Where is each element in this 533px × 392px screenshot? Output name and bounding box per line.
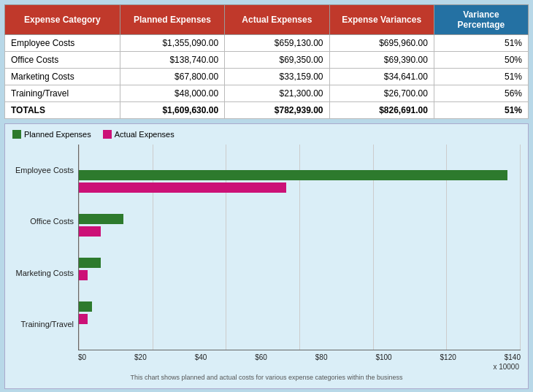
table-cell-category: Office Costs <box>5 52 120 69</box>
table-cell-planned: $138,740.00 <box>120 52 224 69</box>
legend-actual-box <box>103 130 112 139</box>
category-bar-group <box>79 253 521 285</box>
planned-bar <box>79 301 92 312</box>
legend-planned: Planned Expenses <box>12 130 91 139</box>
y-label: Employee Costs <box>12 166 74 174</box>
table-cell-pct: 51% <box>434 102 528 119</box>
table-cell-actual: $782,939.00 <box>225 102 329 119</box>
main-container: Expense Category Planned Expenses Actual… <box>0 0 533 392</box>
y-axis-labels: Employee CostsOffice CostsMarketing Cost… <box>12 145 78 371</box>
table-cell-variance: $26,700.00 <box>329 85 434 102</box>
category-bar-group <box>79 297 521 328</box>
table-cell-pct: 51% <box>434 69 528 85</box>
x-axis-tick: $140 <box>505 353 521 361</box>
col-header-category: Expense Category <box>5 5 120 35</box>
actual-bar <box>79 270 88 280</box>
col-header-actual: Actual Expenses <box>225 5 329 35</box>
table-cell-actual: $33,159.00 <box>225 69 329 85</box>
table-cell-planned: $1,355,090.00 <box>120 35 224 52</box>
chart-area: Employee CostsOffice CostsMarketing Cost… <box>12 145 521 371</box>
table-cell-category: Employee Costs <box>5 35 120 52</box>
legend-actual-label: Actual Expenses <box>115 130 175 139</box>
table-cell-variance: $695,960.00 <box>329 35 434 52</box>
table-cell-planned: $48,000.00 <box>120 85 224 102</box>
actual-bar <box>79 314 88 324</box>
table-cell-pct: 56% <box>434 85 528 102</box>
table-cell-category: Marketing Costs <box>5 69 120 85</box>
legend-planned-label: Planned Expenses <box>24 130 91 139</box>
col-header-variance-pct: Variance Percentage <box>434 5 528 35</box>
x-axis-tick: $20 <box>134 353 147 361</box>
x-axis-tick: $120 <box>440 353 456 361</box>
table-cell-category: TOTALS <box>5 102 120 119</box>
table-cell-actual: $69,350.00 <box>225 52 329 69</box>
expense-table: Expense Category Planned Expenses Actual… <box>4 4 529 119</box>
chart-section: Planned Expenses Actual Expenses Employe… <box>4 123 529 389</box>
table-cell-pct: 51% <box>434 35 528 52</box>
actual-bar <box>79 182 286 193</box>
planned-bar <box>79 214 123 224</box>
col-header-variance: Expense Variances <box>329 5 434 35</box>
x-axis-tick: $100 <box>375 353 391 361</box>
x-axis: $0$20$40$60$80$100$120$140 <box>78 350 521 361</box>
y-label: Marketing Costs <box>12 269 74 277</box>
y-label: Office Costs <box>12 218 74 226</box>
table-cell-actual: $659,130.00 <box>225 35 329 52</box>
category-bar-group <box>79 210 521 241</box>
x-axis-tick: $0 <box>78 353 86 361</box>
actual-bar <box>79 226 101 237</box>
planned-bar <box>79 170 507 180</box>
chart-legend: Planned Expenses Actual Expenses <box>12 130 521 139</box>
x-axis-tick: $60 <box>255 353 267 361</box>
legend-planned-box <box>12 130 21 139</box>
table-cell-variance: $34,641.00 <box>329 69 434 85</box>
table-cell-planned: $1,609,630.00 <box>120 102 224 119</box>
y-label: Training/Travel <box>12 320 74 328</box>
table-section: Expense Category Planned Expenses Actual… <box>4 4 529 119</box>
planned-bar <box>79 258 101 268</box>
table-cell-variance: $69,390.00 <box>329 52 434 69</box>
category-bar-group <box>79 166 521 197</box>
chart-footer: This chart shows planned and actual cost… <box>12 374 521 381</box>
table-cell-variance: $826,691.00 <box>329 102 434 119</box>
col-header-planned: Planned Expenses <box>120 5 224 35</box>
bars-container <box>78 145 521 350</box>
table-cell-planned: $67,800.00 <box>120 69 224 85</box>
table-cell-category: Training/Travel <box>5 85 120 102</box>
x-axis-tick: $40 <box>195 353 207 361</box>
bars-and-xaxis: $0$20$40$60$80$100$120$140 x 10000 <box>78 145 521 371</box>
legend-actual: Actual Expenses <box>103 130 175 139</box>
x-axis-tick: $80 <box>315 353 328 361</box>
table-cell-pct: 50% <box>434 52 528 69</box>
table-cell-actual: $21,300.00 <box>225 85 329 102</box>
x-axis-sublabel: x 10000 <box>78 363 521 371</box>
